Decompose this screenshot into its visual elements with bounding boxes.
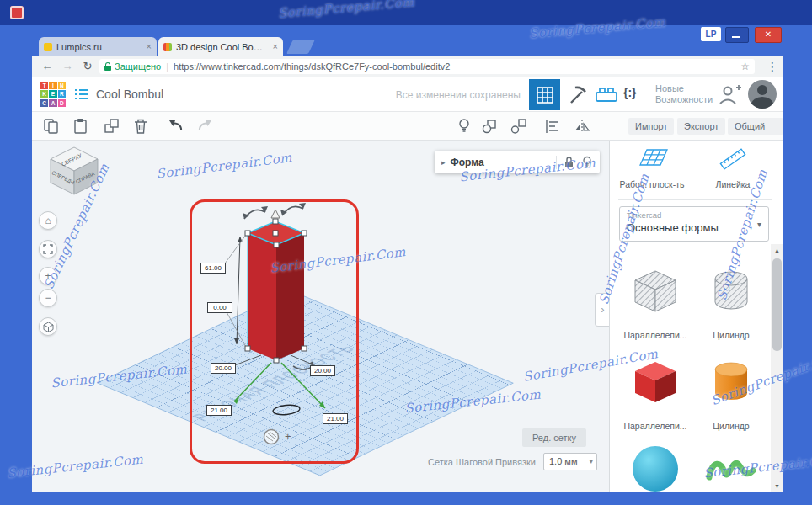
ruler-icon — [716, 147, 750, 171]
visibility-bulb-icon[interactable] — [581, 156, 593, 168]
desktop: LP ✕ Lumpics.ru × 3D design Cool Bombul … — [0, 0, 812, 505]
chevron-down-icon: ▾ — [589, 454, 593, 470]
os-app-icon — [10, 6, 24, 19]
box-red-icon — [628, 354, 682, 407]
perspective-button[interactable] — [39, 317, 57, 336]
divider — [618, 199, 772, 200]
editor-toolbar: Импорт Экспорт Общий до... — [32, 112, 783, 141]
scroll-down-icon[interactable]: ▼ — [771, 480, 783, 492]
view-cube[interactable]: СВЕРХУ СПЕРЕДИ СПРАВА — [47, 144, 101, 198]
share-button[interactable]: Общий до... — [728, 118, 783, 135]
zoom-in-button[interactable]: + — [39, 267, 57, 285]
forward-button[interactable]: → — [59, 59, 76, 74]
expand-icon[interactable]: ▸ — [441, 158, 446, 167]
paste-icon[interactable] — [72, 117, 90, 136]
light-bulb-icon[interactable] — [455, 117, 473, 136]
list-icon[interactable] — [74, 88, 89, 100]
os-title-bar — [0, 0, 812, 25]
shape-panel-title: Форма — [451, 157, 549, 168]
tab-label: Lumpics.ru — [56, 42, 142, 52]
address-bar[interactable]: Защищено | https://www.tinkercad.com/thi… — [99, 59, 755, 74]
align-icon[interactable] — [543, 117, 562, 136]
shape-cylinder-transparent[interactable]: Цилиндр — [696, 263, 767, 340]
workplane-icon — [635, 147, 669, 171]
bookmark-star-icon[interactable]: ☆ — [740, 61, 750, 72]
browser-tab-strip: Lumpics.ru × 3D design Cool Bombul × — [32, 37, 783, 56]
tab-close-icon[interactable]: × — [147, 42, 152, 51]
group-icon[interactable] — [480, 117, 499, 136]
divider — [556, 156, 557, 169]
shapes-sidebar: Рабоч. плоск-ть Линейка Tinkercad Основн… — [609, 141, 783, 492]
security-label: Защищено — [115, 61, 161, 72]
favicon-tinkercad — [163, 43, 172, 51]
new-tab-button[interactable] — [286, 40, 315, 54]
favicon-lumpics — [44, 43, 52, 51]
url-text: https://www.tinkercad.com/things/dskQfRC… — [174, 61, 735, 72]
divider: | — [166, 61, 168, 72]
snap-grid-label: Сетка Шаговой Привязки — [428, 457, 536, 467]
reload-button[interactable]: ↻ — [79, 59, 96, 74]
edit-grid-button[interactable]: Ред. сетку — [522, 428, 586, 447]
annotation-highlight — [190, 199, 359, 464]
fit-view-button[interactable] — [39, 240, 57, 258]
tab-tinkercad[interactable]: 3D design Cool Bombul × — [158, 37, 283, 56]
delete-icon[interactable] — [131, 117, 150, 136]
shape-category-dropdown[interactable]: Tinkercad Основные формы ▾ — [619, 206, 769, 242]
mirror-icon[interactable] — [573, 117, 591, 136]
sphere-blue-icon — [628, 442, 682, 492]
home-view-button[interactable]: ⌂ — [39, 211, 57, 230]
shape-inspector-panel[interactable]: ▸ Форма — [435, 151, 600, 173]
panel-collapse-handle[interactable]: › — [595, 293, 609, 327]
ungroup-icon[interactable] — [510, 117, 528, 136]
avatar[interactable] — [748, 80, 777, 109]
grid-icon — [537, 87, 553, 104]
workplane-tool[interactable]: Рабоч. плоск-ть — [617, 147, 687, 189]
scroll-thumb[interactable] — [772, 258, 782, 351]
cylinder-striped-icon — [704, 263, 758, 316]
fit-icon — [43, 244, 53, 254]
new-features-link[interactable]: Новые Возможности — [655, 83, 713, 105]
undo-icon[interactable] — [167, 117, 185, 136]
pickaxe-icon[interactable] — [568, 85, 588, 105]
tinkercad-logo[interactable]: TIN KER CAD — [40, 82, 66, 107]
lock-icon — [104, 62, 111, 71]
chevron-down-icon: ▾ — [757, 220, 761, 229]
back-button[interactable]: ← — [39, 59, 56, 74]
redo-icon[interactable] — [195, 117, 214, 136]
tab-label: 3D design Cool Bombul — [176, 42, 269, 52]
scroll-up-icon[interactable]: ▲ — [771, 244, 783, 257]
perspective-cube-icon — [43, 322, 54, 332]
lock-icon[interactable] — [564, 156, 574, 168]
shape-box-transparent[interactable]: Параллелепи... — [620, 263, 691, 340]
cylinder-orange-icon — [704, 354, 758, 407]
duplicate-icon[interactable] — [103, 117, 121, 136]
tab-close-icon[interactable]: × — [273, 42, 278, 51]
save-status: Все изменения сохранены — [386, 89, 521, 101]
add-user-icon[interactable] — [718, 84, 741, 105]
tinkercad-header: TIN KER CAD Cool Bombul Все изменения со… — [32, 77, 783, 112]
shape-sphere-blue[interactable] — [620, 442, 691, 492]
export-button[interactable]: Экспорт — [677, 118, 725, 135]
scribble-green-icon — [704, 442, 758, 492]
shape-cylinder-orange[interactable]: Цилиндр — [696, 354, 767, 431]
copy-icon[interactable] — [42, 117, 61, 136]
browser-menu-icon[interactable]: ⋮ — [767, 60, 778, 73]
browser-toolbar: ← → ↻ Защищено | https://www.tinkercad.c… — [32, 56, 783, 77]
box-striped-icon — [628, 263, 682, 316]
zoom-out-button[interactable]: − — [39, 289, 57, 307]
brick-icon[interactable] — [595, 87, 618, 103]
viewport-3d[interactable]: РАБОЧАЯ ПЛОСКОСТЬ СВЕРХУ СПЕРЕДИ СПРАВА … — [32, 141, 609, 492]
ruler-tool[interactable]: Линейка — [697, 147, 768, 189]
shape-scribble-green[interactable] — [696, 442, 767, 492]
shape-box-red[interactable]: Параллелепи... — [620, 354, 691, 431]
dashboard-grid-button[interactable] — [529, 79, 560, 110]
import-button[interactable]: Импорт — [628, 118, 674, 135]
code-icon[interactable]: {:} — [623, 86, 637, 99]
sidebar-scrollbar[interactable]: ▲ ▼ — [771, 244, 783, 492]
document-title[interactable]: Cool Bombul — [96, 88, 163, 101]
tab-lumpics[interactable]: Lumpics.ru × — [39, 37, 157, 56]
snap-grid-select[interactable]: 1.0 мм ▾ — [543, 453, 597, 470]
